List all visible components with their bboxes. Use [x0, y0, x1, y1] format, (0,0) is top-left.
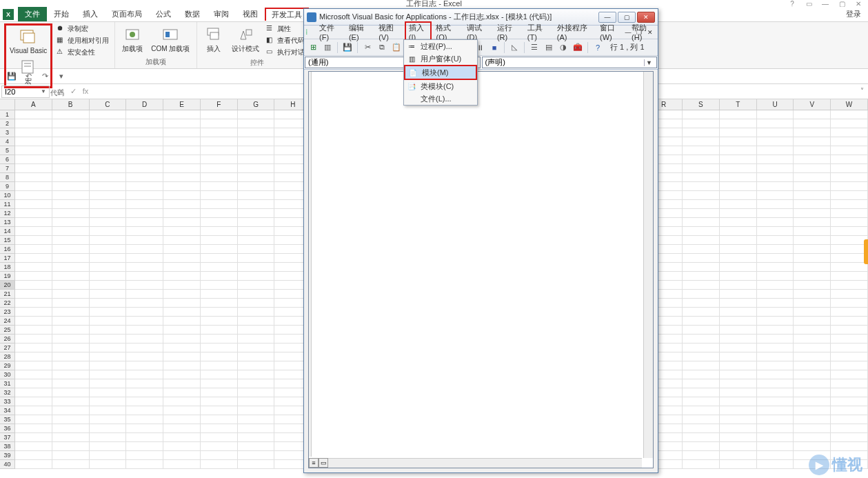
cell[interactable]: [683, 388, 720, 397]
cell[interactable]: [201, 218, 238, 227]
code-editor[interactable]: ≡▭: [308, 71, 654, 468]
tab-page-layout[interactable]: 页面布局: [105, 7, 149, 21]
cell[interactable]: [720, 128, 757, 137]
cell[interactable]: [90, 308, 127, 317]
cell[interactable]: [126, 308, 163, 317]
row-header[interactable]: 6: [0, 155, 15, 164]
cell[interactable]: [90, 415, 127, 424]
cell[interactable]: [757, 191, 794, 200]
cell[interactable]: [831, 236, 868, 245]
column-header[interactable]: S: [683, 99, 720, 110]
cell[interactable]: [90, 245, 127, 254]
cell[interactable]: [90, 272, 127, 281]
cell[interactable]: [126, 263, 163, 272]
row-header[interactable]: 28: [0, 352, 15, 361]
cell[interactable]: [683, 155, 720, 164]
cell[interactable]: [794, 290, 831, 299]
cell[interactable]: [15, 128, 52, 137]
cell[interactable]: [720, 460, 757, 469]
design-mode-button[interactable]: 设计模式: [229, 23, 262, 54]
cell[interactable]: [757, 451, 794, 460]
cell[interactable]: [238, 164, 275, 173]
cell[interactable]: [52, 128, 90, 137]
cell[interactable]: [238, 370, 275, 379]
cell[interactable]: [238, 451, 275, 460]
cell[interactable]: [15, 397, 52, 406]
cell[interactable]: [720, 182, 757, 191]
cell[interactable]: [238, 254, 275, 263]
cell[interactable]: [126, 128, 163, 137]
cell[interactable]: [163, 227, 201, 236]
ribbon-options-icon[interactable]: ▭: [802, 0, 816, 7]
cell[interactable]: [90, 191, 127, 200]
cell[interactable]: [201, 263, 238, 272]
cell[interactable]: [683, 191, 720, 200]
cell[interactable]: [15, 137, 52, 146]
cell[interactable]: [15, 263, 52, 272]
cell[interactable]: [15, 460, 52, 469]
cell[interactable]: [720, 406, 757, 415]
column-header[interactable]: W: [831, 99, 868, 110]
cell[interactable]: [126, 460, 163, 469]
cut-icon[interactable]: ✂: [361, 41, 374, 54]
cell[interactable]: [52, 155, 90, 164]
cell[interactable]: [794, 146, 831, 155]
cell[interactable]: [238, 236, 275, 245]
row-header[interactable]: 7: [0, 164, 15, 173]
cell[interactable]: [163, 388, 201, 397]
cell[interactable]: [90, 335, 127, 343]
cell[interactable]: [15, 343, 52, 352]
cell[interactable]: [831, 263, 868, 272]
cell[interactable]: [831, 245, 868, 254]
row-header[interactable]: 30: [0, 370, 15, 379]
tab-insert[interactable]: 插入: [76, 7, 105, 21]
row-header[interactable]: 39: [0, 451, 15, 460]
cell[interactable]: [757, 182, 794, 191]
cell[interactable]: [794, 245, 831, 254]
cell[interactable]: [794, 361, 831, 370]
vba-menu-file[interactable]: 文件(F): [315, 21, 345, 43]
cell[interactable]: [126, 164, 163, 173]
cell[interactable]: [757, 272, 794, 281]
cell[interactable]: [15, 290, 52, 299]
cell[interactable]: [238, 335, 275, 343]
cell[interactable]: [831, 227, 868, 236]
menu-item-userform[interactable]: ▥用户窗体(U): [404, 52, 477, 65]
cell[interactable]: [683, 352, 720, 361]
addins-button[interactable]: 加载项: [119, 23, 145, 54]
cell[interactable]: [201, 308, 238, 317]
cell[interactable]: [683, 137, 720, 146]
cell[interactable]: [238, 191, 275, 200]
cell[interactable]: [757, 146, 794, 155]
cell[interactable]: [52, 110, 90, 119]
cell[interactable]: [201, 388, 238, 397]
cell[interactable]: [720, 200, 757, 209]
cell[interactable]: [757, 263, 794, 272]
cell[interactable]: [52, 460, 90, 469]
cell[interactable]: [201, 254, 238, 263]
cell[interactable]: [126, 254, 163, 263]
cell[interactable]: [238, 299, 275, 308]
cell[interactable]: [720, 236, 757, 245]
cell[interactable]: [201, 451, 238, 460]
cell[interactable]: [126, 433, 163, 442]
cell[interactable]: [52, 191, 90, 200]
cell[interactable]: [15, 388, 52, 397]
cell[interactable]: [15, 119, 52, 128]
help-icon[interactable]: ?: [785, 0, 799, 7]
cell[interactable]: [126, 182, 163, 191]
column-header[interactable]: T: [720, 99, 757, 110]
cell[interactable]: [126, 352, 163, 361]
cell[interactable]: [794, 406, 831, 415]
cell[interactable]: [15, 361, 52, 370]
cell[interactable]: [52, 379, 90, 388]
cell[interactable]: [163, 397, 201, 406]
row-header[interactable]: 23: [0, 308, 15, 317]
cell[interactable]: [757, 281, 794, 290]
cell[interactable]: [720, 388, 757, 397]
cell[interactable]: [238, 155, 275, 164]
cell[interactable]: [52, 406, 90, 415]
menu-item-procedure[interactable]: ≔过程(P)...: [404, 40, 477, 52]
cell[interactable]: [238, 200, 275, 209]
cell[interactable]: [238, 263, 275, 272]
